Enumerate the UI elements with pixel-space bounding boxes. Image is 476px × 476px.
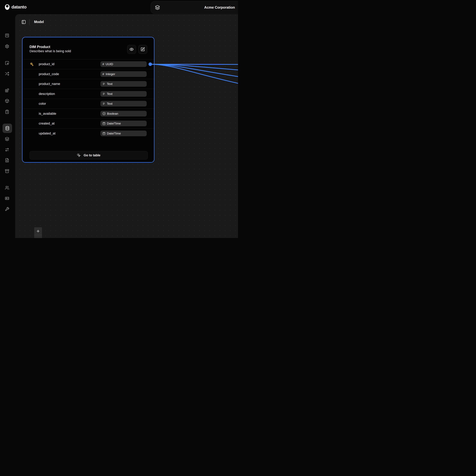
- field-name: created_at: [39, 121, 55, 125]
- database-icon: [5, 126, 10, 131]
- users-icon: [5, 186, 9, 190]
- field-name: color: [39, 102, 46, 106]
- field-row[interactable]: updated_at Date/Time: [22, 129, 154, 138]
- go-to-table-label: Go to table: [84, 153, 101, 157]
- blocks-icon: [5, 88, 9, 93]
- sidebar-item-transfer[interactable]: [4, 147, 10, 153]
- field-row[interactable]: product_code # Integer: [22, 69, 154, 79]
- field-name: product_id: [39, 62, 54, 66]
- brand: datanto: [5, 0, 26, 14]
- id-card-icon: [5, 196, 9, 201]
- sidebar-item-tools[interactable]: [4, 206, 10, 212]
- sidebar-item-users[interactable]: [4, 185, 10, 191]
- eye-icon: [129, 47, 134, 51]
- icon-sidebar: [0, 14, 15, 238]
- sidebar-item-flows[interactable]: [4, 71, 10, 77]
- panel-toggle-button[interactable]: [20, 19, 27, 25]
- field-row[interactable]: description Text: [22, 89, 154, 99]
- model-canvas[interactable]: Model DIM Product Describes what is bein…: [15, 14, 238, 238]
- page-title: Model: [34, 20, 44, 24]
- type-badge: Text: [101, 81, 147, 87]
- sidebar-item-settings[interactable]: [4, 43, 10, 49]
- workspace-switcher[interactable]: Acme Corporation: [151, 1, 238, 14]
- clipboard-list-icon: [5, 110, 9, 114]
- field-list: product_id # UUID product_code # Integer…: [22, 59, 154, 138]
- gear-icon: [5, 44, 9, 49]
- zoom-controls: [34, 227, 42, 238]
- entity-card-header: DIM Product Describes what is being sold: [22, 37, 154, 59]
- brand-logo-icon: [5, 4, 10, 10]
- field-row[interactable]: is_available Boolean: [22, 109, 154, 119]
- type-badge: Date/Time: [101, 121, 147, 126]
- field-name: description: [39, 92, 55, 96]
- field-name: product_code: [39, 72, 59, 76]
- panel-left-icon: [21, 20, 26, 24]
- sidebar-item-kanban[interactable]: [4, 33, 10, 38]
- sidebar-item-package[interactable]: [4, 98, 10, 104]
- sidebar-item-clipboard[interactable]: [4, 109, 10, 115]
- field-name: updated_at: [39, 132, 56, 135]
- shuffle-arrows-icon: [5, 71, 9, 76]
- field-row[interactable]: created_at Date/Time: [22, 119, 154, 129]
- zoom-out-button[interactable]: [34, 235, 42, 238]
- text-lines-icon: [102, 92, 105, 95]
- arrow-right-left-icon: [5, 148, 9, 152]
- field-name: product_name: [39, 82, 60, 86]
- brand-name: datanto: [11, 5, 26, 10]
- mouse-pointer-click-icon: [77, 153, 81, 157]
- type-badge: # Integer: [101, 71, 147, 77]
- plus-icon: [36, 229, 40, 233]
- field-row[interactable]: product_id # UUID: [22, 59, 154, 69]
- type-badge: Text: [101, 91, 147, 97]
- preview-button[interactable]: [127, 45, 136, 54]
- sidebar-item-id-card[interactable]: [4, 195, 10, 201]
- package-icon: [5, 99, 9, 103]
- type-badge: Boolean: [101, 111, 147, 117]
- sidebar-item-layers[interactable]: [4, 136, 10, 142]
- check-circle-icon: [102, 112, 106, 115]
- edit-button[interactable]: [138, 45, 147, 54]
- sidebar-item-select[interactable]: [4, 60, 10, 66]
- zoom-in-button[interactable]: [34, 227, 42, 235]
- header-divider: [29, 19, 30, 25]
- type-badge: # UUID: [101, 61, 147, 67]
- field-name: is_available: [39, 112, 56, 116]
- text-lines-icon: [102, 82, 105, 85]
- wrench-icon: [5, 207, 9, 211]
- square-mouse-pointer-icon: [5, 61, 9, 65]
- top-bar: datanto Acme Corporation: [0, 0, 238, 14]
- sidebar-item-document[interactable]: [4, 157, 10, 163]
- calendar-icon: [102, 132, 105, 135]
- field-row[interactable]: color Text: [22, 99, 154, 109]
- calendar-icon: [102, 122, 105, 125]
- sidebar-item-archive[interactable]: [4, 168, 10, 174]
- archive-icon: [5, 169, 9, 173]
- layers-icon: [5, 137, 9, 141]
- go-to-table-button[interactable]: Go to table: [30, 151, 148, 159]
- file-text-icon: [5, 158, 9, 162]
- workspace-name: Acme Corporation: [204, 5, 235, 10]
- sidebar-item-database[interactable]: [2, 124, 12, 133]
- kanban-square-icon: [5, 33, 9, 38]
- type-badge: Date/Time: [101, 131, 147, 136]
- edit-square-icon: [141, 47, 145, 51]
- text-lines-icon: [102, 102, 105, 105]
- minus-icon: [36, 237, 40, 238]
- layers-icon: [155, 5, 160, 10]
- hash-icon: #: [102, 62, 104, 66]
- entity-card-subtitle: Describes what is being sold: [30, 49, 71, 53]
- type-badge: Text: [101, 101, 147, 106]
- sidebar-item-blocks[interactable]: [4, 87, 10, 93]
- entity-card-dim-product[interactable]: DIM Product Describes what is being sold…: [22, 37, 154, 163]
- hash-icon: #: [102, 72, 104, 76]
- entity-card-title: DIM Product: [30, 45, 50, 49]
- field-row[interactable]: product_name Text: [22, 79, 154, 89]
- primary-key-icon: [30, 62, 34, 67]
- canvas-header: Model: [15, 14, 44, 30]
